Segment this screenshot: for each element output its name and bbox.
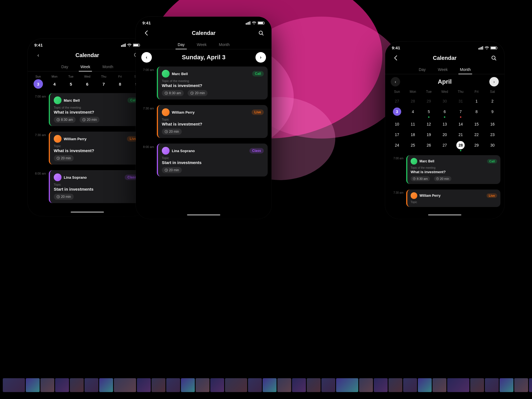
tab-week-1[interactable]: Week	[74, 62, 96, 71]
month-day-12[interactable]: 12	[421, 119, 437, 129]
month-day-13[interactable]: 13	[437, 119, 452, 129]
time-slot-800-1: 8:00 am Lina Soprano Class Topic Start i…	[32, 170, 143, 207]
month-day-23[interactable]: 23	[485, 129, 500, 140]
tab-day-2[interactable]: Day	[172, 40, 191, 49]
event-meta-william-1: 20 min	[54, 155, 139, 161]
phone-title-1: Calendar	[43, 52, 131, 58]
month-day-5[interactable]: 5	[421, 106, 437, 119]
month-day-24[interactable]: 24	[389, 140, 405, 152]
month-day-6[interactable]: 6	[437, 106, 452, 119]
month-day-3-today[interactable]: 3	[389, 106, 405, 119]
search-button-2[interactable]	[256, 28, 266, 38]
user-name-marc-1: Marc Bell	[64, 98, 80, 103]
month-day-4[interactable]: 4	[405, 106, 421, 119]
month-day-10[interactable]: 10	[389, 119, 405, 129]
day-num-sun: 3	[34, 79, 43, 89]
time-label-730-3: 7:30 am	[389, 190, 403, 211]
thumb-12	[196, 378, 209, 392]
badge-live-3: Live	[487, 193, 497, 198]
month-day-7[interactable]: 7	[453, 106, 469, 119]
event-card-marc-3[interactable]: Marc Bell Call Topic of the meeting What…	[406, 155, 500, 184]
thumb-24	[388, 378, 402, 392]
day-cell-mon[interactable]: Mon 4	[50, 75, 59, 89]
month-day-14[interactable]: 14	[453, 119, 469, 129]
time-label-730-1: 7:30 am	[32, 132, 46, 168]
event-card-marc-2[interactable]: Marc Bell Call Topic of the meeting What…	[157, 66, 268, 99]
next-month-btn-3[interactable]: ›	[489, 77, 499, 86]
search-button-3[interactable]	[489, 53, 499, 63]
month-day-27-faded[interactable]: 27	[389, 96, 405, 106]
month-day-16[interactable]: 16	[485, 119, 500, 129]
month-day-21[interactable]: 21	[453, 129, 469, 140]
events-col-730-3: William Perry Live Topic	[406, 190, 500, 211]
month-day-26[interactable]: 26	[421, 140, 437, 152]
month-day-30-faded[interactable]: 30	[437, 96, 452, 106]
tab-day-1[interactable]: Day	[55, 62, 74, 71]
event-card-william-2[interactable]: William Perry Live Topic What is investm…	[157, 105, 268, 138]
month-day-11[interactable]: 11	[405, 119, 421, 129]
topic-label-marc-1: Topic of the meeting	[54, 106, 139, 109]
home-bar-1	[71, 211, 104, 213]
thumb-31	[500, 378, 513, 392]
timer-icon-2	[190, 91, 194, 95]
tab-week-2[interactable]: Week	[191, 40, 213, 49]
month-day-30[interactable]: 30	[485, 140, 500, 152]
back-button-1[interactable]: ‹	[33, 50, 43, 60]
day-cell-tue[interactable]: Tue 5	[66, 75, 76, 89]
month-day-28-faded[interactable]: 28	[405, 96, 421, 106]
month-day-17[interactable]: 17	[389, 129, 405, 140]
event-card-william-1[interactable]: William Perry Live Topic What is investm…	[49, 132, 143, 165]
status-icons-2	[246, 21, 265, 25]
prev-month-btn-3[interactable]: ‹	[391, 77, 400, 86]
month-day-31-faded[interactable]: 31	[453, 96, 469, 106]
duration-chip-lina-1: 20 min	[54, 194, 74, 200]
month-day-25[interactable]: 25	[405, 140, 421, 152]
month-day-28-selected[interactable]: 28	[453, 140, 469, 152]
day-cell-sun[interactable]: Sun 3	[34, 75, 43, 89]
month-day-8[interactable]: 8	[469, 106, 484, 119]
month-day-15[interactable]: 15	[469, 119, 484, 129]
time-label-800-2: 8:00 am	[140, 144, 154, 180]
day-cell-fri[interactable]: Fri 8	[115, 75, 125, 89]
month-day-2[interactable]: 2	[485, 96, 500, 106]
month-day-20[interactable]: 20	[437, 129, 452, 140]
event-meta-marc-3: 8:30 am 20 min	[411, 176, 497, 181]
user-name-marc-3: Marc Bell	[420, 159, 434, 163]
tab-month-3[interactable]: Month	[454, 65, 477, 74]
dow-sat: Sat	[485, 89, 500, 95]
month-day-1[interactable]: 1	[469, 96, 484, 106]
month-day-27[interactable]: 27	[437, 140, 452, 152]
day-cell-wed[interactable]: Wed 6	[83, 75, 92, 89]
next-date-btn-2[interactable]: ›	[255, 52, 266, 63]
month-day-22[interactable]: 22	[469, 129, 484, 140]
thumb-15	[248, 378, 262, 392]
events-col-700-3: Marc Bell Call Topic of the meeting What…	[406, 155, 500, 188]
month-day-9[interactable]: 9	[485, 106, 500, 119]
day-cell-thu[interactable]: Thu 7	[99, 75, 108, 89]
thumb-23	[374, 378, 388, 392]
month-day-29-faded[interactable]: 29	[421, 96, 437, 106]
event-card-lina-1[interactable]: Lina Soprano Class Topic Start in invest…	[49, 170, 143, 203]
back-button-3[interactable]	[391, 53, 401, 63]
event-card-marc-1[interactable]: Marc Bell Call Topic of the meeting What…	[49, 93, 143, 126]
thumb-29	[470, 378, 484, 392]
thumb-10	[166, 378, 180, 392]
tab-month-1[interactable]: Month	[96, 62, 119, 71]
back-chevron-icon-3	[394, 55, 397, 60]
tab-month-2[interactable]: Month	[213, 40, 236, 49]
back-button-2[interactable]	[141, 28, 151, 38]
event-card-lina-2[interactable]: Lina Soprano Class Topic Start in invest…	[157, 144, 268, 177]
event-user-william-2: William Perry	[162, 108, 195, 116]
tab-day-3[interactable]: Day	[413, 65, 432, 74]
month-day-19[interactable]: 19	[421, 129, 437, 140]
prev-date-btn-2[interactable]: ‹	[141, 52, 152, 63]
tab-week-3[interactable]: Week	[432, 65, 454, 74]
svg-line-23	[262, 34, 264, 35]
topic-label-william-3: Topic	[411, 201, 497, 204]
day-label-tue: Tue	[68, 75, 74, 78]
month-day-18[interactable]: 18	[405, 129, 421, 140]
month-day-29[interactable]: 29	[469, 140, 484, 152]
day-num-fri: 8	[115, 79, 125, 89]
event-card-william-3[interactable]: William Perry Live Topic	[406, 190, 500, 207]
time-slot-700-3: 7:00 am Marc Bell Call Topic of the meet…	[389, 155, 500, 188]
